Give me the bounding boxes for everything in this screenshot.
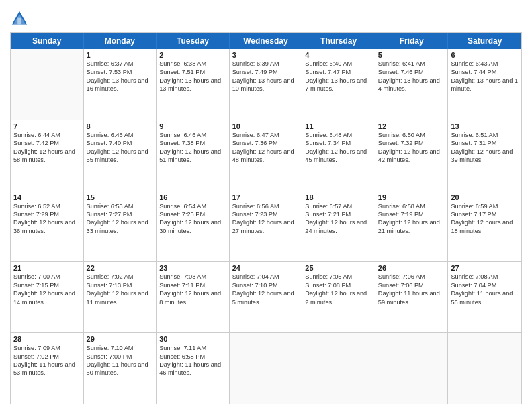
sunset-text: Sunset: 7:19 PM — [378, 210, 445, 218]
daylight-text: Daylight: 11 hours and 46 minutes. — [159, 361, 226, 377]
sunrise-text: Sunrise: 7:08 AM — [451, 273, 519, 281]
daylight-text: Daylight: 12 hours and 11 minutes. — [87, 289, 154, 306]
daylight-text: Daylight: 13 hours and 16 minutes. — [87, 77, 154, 93]
day-number: 17 — [232, 193, 300, 201]
day-number: 7 — [13, 122, 81, 130]
sunset-text: Sunset: 7:08 PM — [305, 281, 372, 289]
daylight-text: Daylight: 11 hours and 50 minutes. — [87, 361, 154, 377]
calendar-cell: 2Sunrise: 6:38 AMSunset: 7:51 PMDaylight… — [157, 49, 230, 120]
logo — [10, 9, 30, 28]
calendar-cell: 14Sunrise: 6:52 AMSunset: 7:29 PMDayligh… — [11, 191, 84, 262]
day-number: 19 — [378, 193, 445, 201]
sunrise-text: Sunrise: 6:58 AM — [378, 202, 445, 210]
sunset-text: Sunset: 6:58 PM — [159, 353, 226, 361]
day-number: 2 — [159, 51, 226, 59]
day-number: 26 — [378, 264, 445, 272]
daylight-text: Daylight: 12 hours and 24 minutes. — [305, 218, 372, 235]
sunset-text: Sunset: 7:15 PM — [13, 281, 81, 289]
sunset-text: Sunset: 7:23 PM — [232, 210, 300, 218]
calendar-cell: 25Sunrise: 7:05 AMSunset: 7:08 PMDayligh… — [302, 262, 375, 332]
day-number: 5 — [378, 51, 445, 59]
sunset-text: Sunset: 7:38 PM — [159, 139, 226, 147]
daylight-text: Daylight: 12 hours and 14 minutes. — [13, 289, 81, 306]
sunrise-text: Sunrise: 6:54 AM — [159, 202, 226, 210]
day-number: 12 — [378, 122, 445, 130]
calendar-week-2: 7Sunrise: 6:44 AMSunset: 7:42 PMDaylight… — [11, 120, 521, 191]
calendar-cell: 15Sunrise: 6:53 AMSunset: 7:27 PMDayligh… — [84, 191, 157, 262]
sunrise-text: Sunrise: 7:06 AM — [378, 273, 445, 281]
daylight-text: Daylight: 12 hours and 48 minutes. — [232, 148, 300, 165]
calendar-cell — [375, 333, 449, 404]
calendar-cell: 23Sunrise: 7:03 AMSunset: 7:11 PMDayligh… — [157, 262, 230, 332]
calendar-cell: 1Sunrise: 6:37 AMSunset: 7:53 PMDaylight… — [84, 49, 157, 120]
sunrise-text: Sunrise: 6:48 AM — [305, 131, 372, 139]
sunrise-text: Sunrise: 6:43 AM — [451, 60, 519, 68]
calendar-cell — [11, 49, 84, 120]
daylight-text: Daylight: 13 hours and 7 minutes. — [305, 77, 372, 93]
calendar-cell: 3Sunrise: 6:39 AMSunset: 7:49 PMDaylight… — [230, 49, 303, 120]
header — [10, 7, 522, 28]
calendar-cell: 5Sunrise: 6:41 AMSunset: 7:46 PMDaylight… — [375, 49, 449, 120]
header-day-wednesday: Wednesday — [230, 33, 303, 49]
day-number: 23 — [159, 264, 226, 272]
calendar-cell — [448, 333, 521, 404]
calendar-cell: 22Sunrise: 7:02 AMSunset: 7:13 PMDayligh… — [84, 262, 157, 332]
sunrise-text: Sunrise: 6:39 AM — [232, 60, 300, 68]
day-number: 13 — [451, 122, 519, 130]
day-number: 27 — [451, 264, 519, 272]
calendar-week-3: 14Sunrise: 6:52 AMSunset: 7:29 PMDayligh… — [11, 191, 521, 262]
calendar-cell: 8Sunrise: 6:45 AMSunset: 7:40 PMDaylight… — [84, 120, 157, 191]
sunrise-text: Sunrise: 6:47 AM — [232, 131, 300, 139]
sunset-text: Sunset: 7:40 PM — [87, 139, 154, 147]
daylight-text: Daylight: 13 hours and 13 minutes. — [159, 77, 226, 93]
sunset-text: Sunset: 7:42 PM — [13, 139, 81, 147]
calendar-cell: 21Sunrise: 7:00 AMSunset: 7:15 PMDayligh… — [11, 262, 84, 332]
sunset-text: Sunset: 7:02 PM — [13, 353, 81, 361]
calendar-week-5: 28Sunrise: 7:09 AMSunset: 7:02 PMDayligh… — [11, 332, 521, 404]
sunrise-text: Sunrise: 6:44 AM — [13, 131, 81, 139]
daylight-text: Daylight: 12 hours and 2 minutes. — [305, 289, 372, 306]
sunrise-text: Sunrise: 6:41 AM — [378, 60, 445, 68]
page: SundayMondayTuesdayWednesdayThursdayFrid… — [0, 0, 532, 411]
sunrise-text: Sunrise: 6:38 AM — [159, 60, 226, 68]
sunset-text: Sunset: 7:17 PM — [451, 210, 519, 218]
daylight-text: Daylight: 13 hours and 10 minutes. — [232, 77, 300, 93]
calendar-cell: 24Sunrise: 7:04 AMSunset: 7:10 PMDayligh… — [230, 262, 303, 332]
sunset-text: Sunset: 7:32 PM — [378, 139, 445, 147]
sunset-text: Sunset: 7:00 PM — [87, 353, 154, 361]
calendar-cell: 7Sunrise: 6:44 AMSunset: 7:42 PMDaylight… — [11, 120, 84, 191]
daylight-text: Daylight: 12 hours and 36 minutes. — [13, 218, 81, 235]
sunset-text: Sunset: 7:44 PM — [451, 68, 519, 76]
calendar-cell: 18Sunrise: 6:57 AMSunset: 7:21 PMDayligh… — [302, 191, 375, 262]
day-number: 20 — [451, 193, 519, 201]
sunset-text: Sunset: 7:29 PM — [13, 210, 81, 218]
day-number: 21 — [13, 264, 81, 272]
calendar-cell: 27Sunrise: 7:08 AMSunset: 7:04 PMDayligh… — [448, 262, 521, 332]
calendar-cell: 13Sunrise: 6:51 AMSunset: 7:31 PMDayligh… — [448, 120, 521, 191]
sunset-text: Sunset: 7:36 PM — [232, 139, 300, 147]
day-number: 4 — [305, 51, 372, 59]
sunrise-text: Sunrise: 6:50 AM — [378, 131, 445, 139]
calendar-cell: 11Sunrise: 6:48 AMSunset: 7:34 PMDayligh… — [302, 120, 375, 191]
sunrise-text: Sunrise: 6:46 AM — [159, 131, 226, 139]
daylight-text: Daylight: 12 hours and 42 minutes. — [378, 148, 445, 165]
day-number: 25 — [305, 264, 372, 272]
daylight-text: Daylight: 12 hours and 21 minutes. — [378, 218, 445, 235]
daylight-text: Daylight: 12 hours and 18 minutes. — [451, 218, 519, 235]
sunset-text: Sunset: 7:27 PM — [87, 210, 154, 218]
calendar-cell — [230, 333, 303, 404]
daylight-text: Daylight: 12 hours and 39 minutes. — [451, 148, 519, 165]
sunrise-text: Sunrise: 6:56 AM — [232, 202, 300, 210]
day-number: 28 — [13, 335, 81, 343]
sunset-text: Sunset: 7:49 PM — [232, 68, 300, 76]
daylight-text: Daylight: 12 hours and 51 minutes. — [159, 148, 226, 165]
daylight-text: Daylight: 13 hours and 4 minutes. — [378, 77, 445, 93]
day-number: 3 — [232, 51, 300, 59]
calendar-week-1: 1Sunrise: 6:37 AMSunset: 7:53 PMDaylight… — [11, 49, 521, 120]
calendar-cell: 26Sunrise: 7:06 AMSunset: 7:06 PMDayligh… — [375, 262, 449, 332]
sunrise-text: Sunrise: 7:05 AM — [305, 273, 372, 281]
daylight-text: Daylight: 12 hours and 55 minutes. — [87, 148, 154, 165]
day-number: 10 — [232, 122, 300, 130]
daylight-text: Daylight: 12 hours and 33 minutes. — [87, 218, 154, 235]
sunrise-text: Sunrise: 6:57 AM — [305, 202, 372, 210]
